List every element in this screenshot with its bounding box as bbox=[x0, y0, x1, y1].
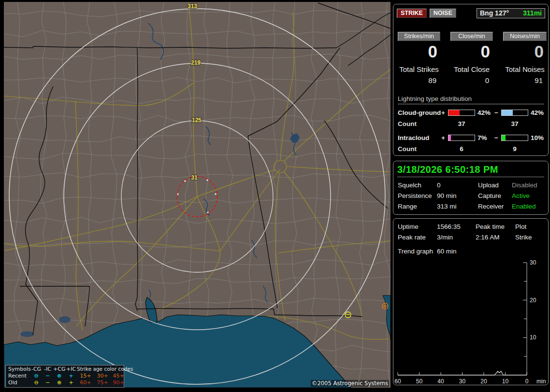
noise-dots bbox=[177, 179, 216, 213]
copyright-notice: ©2005 Astrogenic Systems bbox=[311, 380, 389, 387]
legend-header-row: Symbols -CG -IC +CG +IC Strike age color… bbox=[6, 365, 124, 372]
svg-text:min: min bbox=[536, 378, 546, 385]
svg-text:60: 60 bbox=[394, 378, 401, 385]
noises-per-min-value: 0 bbox=[503, 42, 547, 61]
legend-col-neg-ic: -IC bbox=[42, 366, 53, 372]
legend-recent-row: Recent ⊖ − ⊕ + 15+ 30+ 45+ bbox=[6, 372, 124, 379]
legend-col-neg-cg: -CG bbox=[30, 366, 42, 372]
svg-text:50: 50 bbox=[416, 378, 423, 385]
age-30: 30+ bbox=[94, 373, 111, 379]
stormtracker-app: 313 219 125 31 Symbols -CG -IC +CG +IC S… bbox=[0, 0, 550, 392]
ic-count-label: Count bbox=[398, 145, 441, 153]
plus-sign: + bbox=[441, 109, 448, 116]
ic-negative-count: 9 bbox=[501, 145, 528, 153]
legend-recent-label: Recent bbox=[8, 373, 30, 379]
status-panel: 3/18/2026 6:50:18 PM Squelch 0 Upload Di… bbox=[393, 161, 549, 215]
bearing-range-value: 311mi bbox=[523, 9, 542, 17]
bearing-display: Bng 127° 311mi bbox=[477, 8, 545, 18]
intracloud-label: Intracloud bbox=[398, 134, 441, 141]
svg-text:30: 30 bbox=[530, 259, 536, 266]
rivers bbox=[148, 23, 296, 302]
close-per-min-value: 0 bbox=[450, 42, 493, 61]
ic-positive-count: 6 bbox=[448, 145, 475, 153]
svg-text:0: 0 bbox=[525, 378, 529, 385]
svg-text:10: 10 bbox=[530, 334, 536, 341]
ring-label-31: 31 bbox=[191, 174, 198, 181]
receiver-label: Receiver bbox=[478, 203, 512, 210]
total-noises-value: 91 bbox=[503, 76, 547, 84]
svg-text:10: 10 bbox=[502, 378, 509, 385]
range-value: 313 mi bbox=[437, 203, 478, 210]
cg-positive-bar bbox=[448, 110, 475, 116]
trend-graph-value: 60 min bbox=[437, 248, 495, 255]
ic-positive-bar bbox=[448, 135, 475, 141]
age-60: 60+ bbox=[77, 379, 94, 386]
persistence-label: Persistence bbox=[398, 192, 437, 199]
ring-label-313: 313 bbox=[188, 3, 197, 10]
strike-counter-panel: STRIKE NOISE Bng 127° 311mi Strikes/min … bbox=[393, 4, 549, 156]
peak-rate-value: 3/min bbox=[437, 234, 476, 241]
map-canvas: 313 219 125 31 bbox=[4, 2, 391, 388]
upload-status: Disabled bbox=[512, 182, 550, 189]
recent-pos-cg-icon: ⊕ bbox=[53, 373, 65, 379]
cloud-ground-count-row: Count 37 37 bbox=[398, 120, 548, 127]
cloud-ground-label: Cloud-ground bbox=[398, 109, 441, 116]
total-noises-label: Total Noises bbox=[503, 65, 547, 73]
ring-label-125: 125 bbox=[192, 117, 202, 124]
total-strikes-label: Total Strikes bbox=[398, 65, 440, 73]
state-borders bbox=[4, 3, 391, 335]
capture-status: Active bbox=[512, 192, 550, 199]
svg-text:30: 30 bbox=[459, 378, 466, 385]
strike-mode-button[interactable]: STRIKE bbox=[397, 9, 427, 18]
noises-per-min-button[interactable]: Noises/min bbox=[503, 32, 547, 41]
lakes bbox=[20, 133, 300, 337]
bearing-value: Bng 127° bbox=[480, 9, 509, 17]
trend-panel: Uptime 1566:35 Peak time Plot Peak rate … bbox=[393, 218, 549, 385]
old-pos-ic-icon: + bbox=[65, 379, 77, 386]
cloud-ground-row: Cloud-ground + 42% − 42% bbox=[398, 109, 548, 116]
plot-mode-value: Strike bbox=[515, 234, 550, 241]
noise-mode-button[interactable]: NOISE bbox=[430, 9, 456, 18]
peak-time-value: 2:16 AM bbox=[476, 234, 515, 241]
uptime-value: 1566:35 bbox=[437, 223, 476, 230]
legend-col-pos-ic: +IC bbox=[65, 366, 77, 372]
legend-old-row: Old ⊖ − ⊕ + 60+ 75+ 90+ bbox=[6, 379, 124, 386]
minus-sign: − bbox=[494, 109, 501, 116]
close-per-min-button[interactable]: Close/min bbox=[450, 32, 493, 41]
ic-negative-pct: 10% bbox=[528, 134, 550, 141]
total-close-value: 0 bbox=[450, 76, 493, 84]
svg-text:40: 40 bbox=[437, 378, 444, 385]
old-pos-cg-icon: ⊕ bbox=[53, 379, 65, 386]
svg-text:20: 20 bbox=[530, 297, 536, 304]
squelch-value: 0 bbox=[437, 182, 478, 189]
legend-col-pos-cg: +CG bbox=[53, 366, 65, 372]
total-strikes-value: 89 bbox=[398, 76, 440, 84]
strikes-per-min-button[interactable]: Strikes/min bbox=[398, 32, 440, 41]
trend-graph-label: Trend graph bbox=[398, 248, 437, 255]
legend-old-label: Old bbox=[8, 379, 30, 386]
plot-label: Plot bbox=[515, 223, 550, 230]
minus-sign: − bbox=[494, 134, 501, 141]
ic-positive-pct: 7% bbox=[475, 134, 494, 141]
strikes-per-min-value: 0 bbox=[398, 42, 440, 61]
receiver-status: Enabled bbox=[512, 203, 550, 210]
total-close-label: Total Close bbox=[450, 65, 493, 73]
lightning-map[interactable]: 313 219 125 31 Symbols -CG -IC +CG +IC S… bbox=[4, 2, 391, 388]
squelch-label: Squelch bbox=[398, 182, 437, 189]
legend-symbols-title: Symbols bbox=[8, 366, 30, 372]
plus-sign: + bbox=[441, 134, 448, 141]
intracloud-row: Intracloud + 7% − 10% bbox=[398, 134, 548, 141]
age-75: 75+ bbox=[94, 379, 111, 386]
old-neg-ic-icon: − bbox=[42, 379, 53, 386]
intracloud-count-row: Count 6 9 bbox=[398, 145, 548, 153]
range-label: Range bbox=[398, 203, 437, 210]
age-45: 45+ bbox=[111, 373, 126, 379]
recent-neg-cg-icon: ⊖ bbox=[30, 373, 42, 379]
age-15: 15+ bbox=[77, 373, 94, 379]
recent-neg-ic-icon: − bbox=[42, 373, 53, 379]
uptime-label: Uptime bbox=[398, 223, 437, 230]
capture-label: Capture bbox=[478, 192, 512, 199]
age-90: 90+ bbox=[111, 379, 126, 386]
upload-label: Upload bbox=[478, 182, 512, 189]
svg-text:20: 20 bbox=[480, 378, 487, 385]
